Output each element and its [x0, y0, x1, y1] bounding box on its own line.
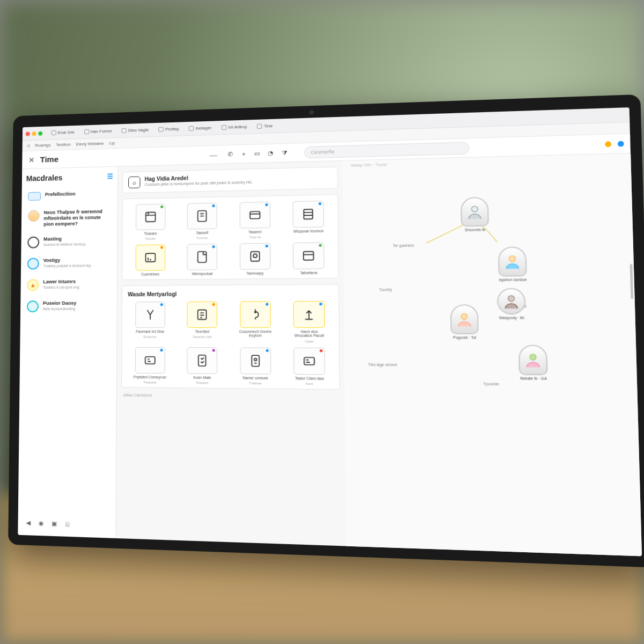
toolbar: ✆ ＋ ▭ ◔ ⧩ — [226, 149, 289, 158]
favicon-icon — [189, 126, 194, 131]
scrollbar[interactable] — [630, 264, 634, 299]
sidebar-footer: ◀ ◉ ▣ ⍓ — [22, 515, 111, 532]
window-controls[interactable] — [26, 131, 42, 136]
sidebar-item-user[interactable]: Neus Thalpse fr weremnd mfteoirdaits en … — [26, 206, 113, 231]
template-card[interactable]: TasarmtTuap da — [231, 201, 280, 239]
favicon-icon — [52, 130, 56, 135]
lock-icon[interactable]: ⍓ — [63, 520, 71, 528]
template-card[interactable]: Faomack trd GiseEospouor — [127, 302, 174, 342]
card-tile — [239, 202, 270, 229]
template-card[interactable]: TioararsTequats — [127, 203, 174, 240]
chevron-left-icon[interactable]: ◀ — [24, 518, 32, 526]
browser-tab[interactable]: Int Adiroy — [219, 123, 250, 131]
profile-badge[interactable] — [618, 141, 624, 147]
template-card[interactable]: Teator Clans tassKamr — [284, 347, 334, 385]
template-card[interactable]: Cueminbes — [127, 244, 174, 276]
minimize-dot[interactable] — [32, 131, 36, 136]
close-icon[interactable]: ✕ — [27, 156, 36, 164]
node-label: Snoovnis te — [465, 228, 486, 232]
card-tile — [187, 203, 217, 230]
node-label: Weepovty · ith — [499, 316, 525, 320]
card-label: Tioarars — [144, 231, 157, 236]
add-icon[interactable]: ＋ — [240, 150, 248, 158]
sidebar-item-sub: Aeis ieosundionting — [43, 307, 111, 312]
template-card[interactable]: Tanmoepy — [231, 243, 280, 276]
browser-tab[interactable]: Ersk Gre — [49, 129, 77, 136]
browser-tab[interactable]: Pndtay — [156, 125, 181, 133]
svg-rect-12 — [199, 355, 206, 365]
card-label: Cosomnech Orerhe lncytom — [238, 330, 273, 338]
card-label: Sassotf — [196, 231, 208, 235]
bookmark-item[interactable]: Testiton — [56, 142, 70, 148]
center-column: ⌕ Hag Vidia Aredel Cosciom pilbe is hons… — [116, 161, 346, 546]
sidebar-item-masting[interactable]: MastingSuenot el theibnd nensoy — [25, 232, 113, 252]
target-icon[interactable]: ◉ — [38, 519, 45, 527]
browser-tab[interactable]: Inelager — [186, 124, 215, 132]
sidebar-item-puseior[interactable]: Puseior DaosyAeis ieosundionting — [25, 297, 113, 316]
sidebar-item-vostigy[interactable]: VostigyTnahiry potptef e teotond tey — [25, 254, 113, 273]
menu-icon[interactable]: ☰ — [107, 173, 113, 180]
template-card[interactable]: Wermpodoat — [178, 244, 226, 276]
svg-point-19 — [461, 313, 467, 319]
pin-icon — [213, 204, 215, 207]
browser-tab[interactable]: Hav Fomre — [82, 127, 115, 135]
collapse-icon[interactable]: ― — [209, 150, 217, 159]
close-dot[interactable] — [26, 131, 30, 136]
graph-panel[interactable]: Waap Oin · Tuost Ter gastrans Tuodrty Tt… — [342, 153, 642, 556]
card-label: Wtopsval Voumon — [294, 229, 324, 233]
sidebar-item-label: Prefellocition — [45, 191, 111, 197]
graph-node[interactable]: Weepovty · ith — [497, 288, 526, 320]
card-tile — [136, 204, 165, 230]
card-label: Hand dios Wnocation Pacott — [292, 330, 327, 338]
pin-icon — [213, 245, 215, 248]
avatar-icon — [450, 304, 479, 334]
filter-icon[interactable]: ⧩ — [281, 149, 289, 157]
card-tile — [240, 347, 271, 374]
card-sublabel: Sauertey side — [193, 335, 211, 339]
template-card[interactable]: Fnptsted CreneyroerTiespoete — [126, 347, 174, 384]
favicon-icon — [84, 129, 89, 134]
template-card[interactable]: Tafoettens — [284, 242, 334, 275]
favicon-icon — [121, 128, 126, 133]
graph-node[interactable]: Ispdron dorstoe — [498, 246, 527, 282]
bookmark-item[interactable]: Roamgs — [35, 143, 50, 148]
bookmark-item[interactable]: Eledy Wetatne — [76, 141, 104, 147]
template-card[interactable]: Wtopsval Voumon — [284, 200, 333, 238]
edge-label: Tpoonan — [483, 382, 499, 386]
notification-badge[interactable] — [605, 141, 611, 147]
browser-tab[interactable]: Tine — [254, 122, 275, 130]
sidebar-item-pref[interactable]: Prefellocition — [26, 187, 113, 204]
graph-node[interactable]: Pogoost · Tot — [450, 304, 479, 339]
template-card[interactable]: Cosomnech Orerhe lncytom — [231, 301, 280, 342]
pin-icon — [213, 303, 215, 306]
nav-back-icon[interactable]: ◁ — [26, 143, 30, 148]
card-tile — [239, 243, 270, 270]
template-card[interactable]: Hand dios Wnocation PacottCipain — [284, 301, 334, 343]
calendar-icon[interactable]: ▭ — [253, 150, 261, 158]
browser-tab[interactable]: Dies Vagle — [119, 126, 151, 134]
phone-icon[interactable]: ✆ — [226, 150, 235, 158]
graph-node[interactable]: Snoovnis te — [460, 197, 489, 232]
card-sublabel: Kamr — [306, 382, 313, 385]
card-tile — [135, 347, 165, 373]
template-card[interactable]: Kuen MatePsedtent — [178, 347, 226, 384]
svg-rect-8 — [304, 252, 314, 260]
edge-label: Tuodrty — [379, 288, 392, 292]
card-tile — [292, 201, 324, 228]
template-card[interactable]: Namer osmueeTnaferter — [231, 347, 280, 385]
clock-icon[interactable]: ◔ — [267, 149, 275, 157]
briefcase-icon[interactable]: ▣ — [50, 519, 58, 528]
card-sublabel: Cipain — [305, 340, 314, 343]
card-sublabel: Psedtent — [196, 381, 208, 384]
tab-label: Inelager — [195, 126, 211, 131]
bookmark-item[interactable]: Lip — [109, 141, 115, 145]
graph-node[interactable]: Neeate fe · GA — [518, 345, 548, 380]
template-card[interactable]: TeordtedSauertey side — [178, 302, 226, 343]
warning-icon: ▲ — [27, 279, 39, 291]
template-card[interactable]: SassotfFunosts — [178, 202, 226, 240]
card-label: Namer osmuee — [243, 376, 268, 380]
search-input[interactable]: Cesmerfie — [304, 142, 470, 158]
info-banner: ⌕ Hag Vidia Aredel Cosciom pilbe is hons… — [122, 166, 338, 193]
zoom-dot[interactable] — [38, 131, 42, 135]
sidebar-item-lower[interactable]: ▲ Lawer IntamrsTorders it ceropnt ung — [25, 275, 112, 294]
